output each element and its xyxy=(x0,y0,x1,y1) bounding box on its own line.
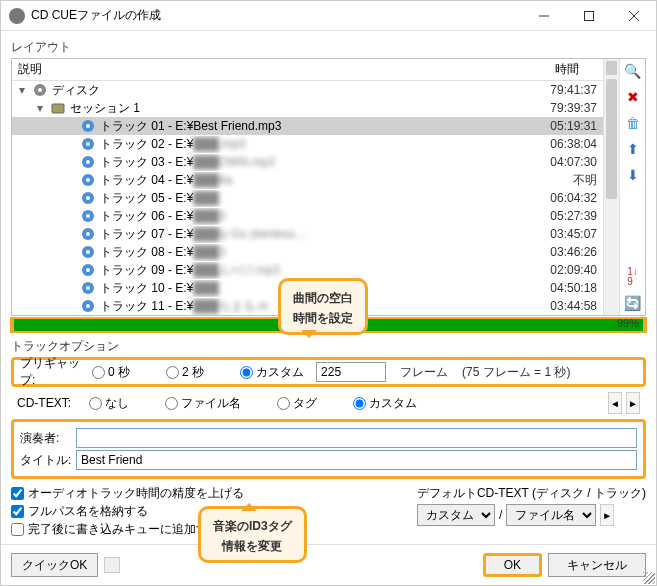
app-icon xyxy=(9,8,25,24)
frame-hint: (75 フレーム = 1 秒) xyxy=(462,364,570,381)
svg-point-8 xyxy=(86,124,90,128)
cdtext-filename[interactable]: ファイル名 xyxy=(165,395,241,412)
tree-track-9[interactable]: トラック 09 - E:¥███ん×だ!.mp302:09:40 xyxy=(12,261,603,279)
cancel-button[interactable]: キャンセル xyxy=(548,553,646,577)
tree-track-5[interactable]: トラック 05 - E:¥███06:04:32 xyxy=(12,189,603,207)
callout-pregap: 曲間の空白時間を設定 xyxy=(278,278,368,335)
svg-point-10 xyxy=(86,142,90,146)
default-next[interactable]: ► xyxy=(600,504,614,526)
tree-track-3[interactable]: トラック 03 - E:¥███OWN.mp304:07:30 xyxy=(12,153,603,171)
cdtext-next[interactable]: ► xyxy=(626,392,640,414)
svg-point-20 xyxy=(86,232,90,236)
cdtext-fields: 演奏者: タイトル: xyxy=(11,419,646,479)
cdtext-none[interactable]: なし xyxy=(89,395,129,412)
pregap-row: プリギャップ: 0 秒 2 秒 カスタム フレーム (75 フレーム = 1 秒… xyxy=(11,357,646,387)
tree-track-4[interactable]: トラック 04 - E:¥███4a不明 xyxy=(12,171,603,189)
tree-track-8[interactable]: トラック 08 - E:¥███303:46:26 xyxy=(12,243,603,261)
cdtext-label: CD-TEXT: xyxy=(17,396,85,410)
col-description[interactable]: 説明 xyxy=(18,61,527,78)
svg-point-26 xyxy=(86,286,90,290)
quick-ok-button[interactable]: クイックOK xyxy=(11,553,98,577)
tree-header: 説明 時間 xyxy=(12,59,603,81)
cdtext-row: CD-TEXT: なし ファイル名 タグ カスタム ◄ ► xyxy=(11,391,646,415)
tree-session[interactable]: ▾セッション 179:39:37 xyxy=(12,99,603,117)
cdtext-prev[interactable]: ◄ xyxy=(608,392,622,414)
vertical-scrollbar[interactable] xyxy=(603,59,619,315)
default-cdtext: デフォルトCD-TEXT (ディスク / トラック) カスタム / ファイル名 … xyxy=(417,485,646,538)
svg-rect-1 xyxy=(584,11,593,20)
down-icon[interactable]: ⬇ xyxy=(625,167,641,183)
tree-track-2[interactable]: トラック 02 - E:¥███.mp306:38:04 xyxy=(12,135,603,153)
tree-disc[interactable]: ▾ディスク79:41:37 xyxy=(12,81,603,99)
svg-point-16 xyxy=(86,196,90,200)
artist-input[interactable] xyxy=(76,428,637,448)
callout-id3: 音楽のID3タグ情報を変更 xyxy=(198,506,307,563)
svg-point-24 xyxy=(86,268,90,272)
title-label: タイトル: xyxy=(20,452,76,469)
cdtext-custom[interactable]: カスタム xyxy=(353,395,417,412)
pregap-0s[interactable]: 0 秒 xyxy=(92,364,130,381)
tree-track-6[interactable]: トラック 06 - E:¥███305:27:39 xyxy=(12,207,603,225)
col-time[interactable]: 時間 xyxy=(527,61,597,78)
svg-point-18 xyxy=(86,214,90,218)
pregap-label: プリギャップ: xyxy=(20,355,88,389)
svg-point-28 xyxy=(86,304,90,308)
ok-button[interactable]: OK xyxy=(483,553,542,577)
close-button[interactable] xyxy=(611,1,656,31)
svg-point-22 xyxy=(86,250,90,254)
default-cdtext-track[interactable]: ファイル名 xyxy=(506,504,596,526)
check-precision[interactable]: オーディオトラック時間の精度を上げる xyxy=(11,485,244,502)
window-title: CD CUEファイルの作成 xyxy=(31,7,521,24)
track-options-label: トラックオプション xyxy=(11,338,646,355)
layout-label: レイアウト xyxy=(11,39,646,56)
progress-pct: 99% xyxy=(617,317,639,329)
up-icon[interactable]: ⬆ xyxy=(625,141,641,157)
default-cdtext-disc[interactable]: カスタム xyxy=(417,504,495,526)
search-icon[interactable]: 🔍 xyxy=(625,63,641,79)
delete-icon[interactable]: ✖ xyxy=(625,89,641,105)
sort-icon[interactable]: 1↓9 xyxy=(625,269,641,285)
cdtext-tag[interactable]: タグ xyxy=(277,395,317,412)
tree-track-7[interactable]: トラック 07 - E:¥███ly Go (kenless…03:45:07 xyxy=(12,225,603,243)
artist-label: 演奏者: xyxy=(20,430,76,447)
default-cdtext-label: デフォルトCD-TEXT (ディスク / トラック) xyxy=(417,485,646,502)
side-toolbar: 🔍 ✖ 🗑 ⬆ ⬇ 1↓9 🔄 xyxy=(619,59,645,315)
pregap-2s[interactable]: 2 秒 xyxy=(166,364,204,381)
trash-icon[interactable]: 🗑 xyxy=(625,115,641,131)
tree-track-1[interactable]: トラック 01 - E:¥Best Friend.mp305:19:31 xyxy=(12,117,603,135)
pregap-custom[interactable]: カスタム xyxy=(240,364,304,381)
svg-rect-6 xyxy=(52,104,64,113)
title-input[interactable] xyxy=(76,450,637,470)
resize-grip[interactable] xyxy=(643,572,655,584)
titlebar: CD CUEファイルの作成 xyxy=(1,1,656,31)
refresh-icon[interactable]: 🔄 xyxy=(625,295,641,311)
footer: クイックOK OK キャンセル xyxy=(1,544,656,585)
svg-point-5 xyxy=(38,88,42,92)
frame-label: フレーム xyxy=(400,364,448,381)
minimize-button[interactable] xyxy=(521,1,566,31)
svg-point-14 xyxy=(86,178,90,182)
footer-icon-1[interactable] xyxy=(104,557,120,573)
pregap-frames-input[interactable] xyxy=(316,362,386,382)
maximize-button[interactable] xyxy=(566,1,611,31)
svg-point-12 xyxy=(86,160,90,164)
